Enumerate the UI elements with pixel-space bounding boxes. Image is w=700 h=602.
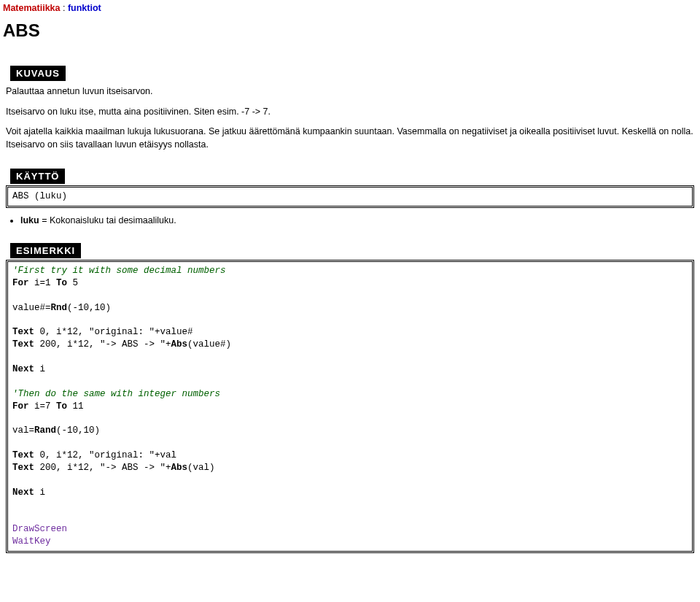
code-text: (val) <box>187 463 215 473</box>
param-name: luku <box>20 215 39 225</box>
code-kw-text: Text <box>12 450 34 460</box>
breadcrumb-sep: : <box>61 3 68 13</box>
code-kw-text: Text <box>12 327 34 337</box>
code-kw-to: To <box>56 278 67 288</box>
code-fn-abs: Abs <box>171 463 188 473</box>
code-text: val= <box>12 425 34 436</box>
code-text: (value#) <box>187 339 231 350</box>
code-comment: 'Then do the same with integer numbers <box>12 389 220 399</box>
code-fn-abs: Abs <box>171 339 188 350</box>
code-text: i <box>34 364 45 374</box>
code-api-waitkey: WaitKey <box>12 536 51 547</box>
code-text: 0, i*12, "original: "+val <box>34 450 176 460</box>
code-text: i <box>34 487 45 498</box>
page-title: ABS <box>3 20 697 41</box>
code-text: value#= <box>12 303 51 313</box>
section-head-kaytto: KÄYTTÖ <box>10 169 65 184</box>
kuvaus-p1: Palauttaa annetun luvun itseisarvon. <box>6 85 694 99</box>
code-fn-rand: Rand <box>34 425 56 436</box>
code-text: i=7 <box>29 401 57 412</box>
section-head-esimerkki: ESIMERKKI <box>10 243 81 258</box>
code-kw-next: Next <box>12 487 34 498</box>
kuvaus-p3: Voit ajatella kaikkia maailman lukuja lu… <box>6 126 694 151</box>
syntax-box: ABS (luku) <box>6 185 694 208</box>
code-kw-for: For <box>12 278 29 288</box>
code-text: (-10,10) <box>67 303 111 313</box>
code-kw-next: Next <box>12 364 34 374</box>
param-desc: = Kokonaisluku tai desimaaliluku. <box>39 215 176 225</box>
code-kw-for: For <box>12 401 29 412</box>
code-comment: 'First try it with some decimal numbers <box>12 266 226 276</box>
code-text: 200, i*12, "-> ABS -> "+ <box>34 463 171 473</box>
kuvaus-p2: Itseisarvo on luku itse, mutta aina posi… <box>6 106 694 119</box>
code-text: 0, i*12, "original: "+value# <box>34 327 193 337</box>
code-fn-rnd: Rnd <box>51 303 68 313</box>
breadcrumb: Matematiikka : funktiot <box>3 3 697 13</box>
param-item: luku = Kokonaisluku tai desimaaliluku. <box>20 215 694 225</box>
code-text: 200, i*12, "-> ABS -> "+ <box>34 339 171 350</box>
code-text: (-10,10) <box>56 425 100 436</box>
section-head-kuvaus: KUVAUS <box>10 66 66 81</box>
kuvaus-body: Palauttaa annetun luvun itseisarvon. Its… <box>6 85 694 151</box>
code-kw-text: Text <box>12 339 34 350</box>
code-text: i=1 <box>29 278 57 288</box>
code-api-drawscreen: DrawScreen <box>12 524 67 534</box>
syntax-text: ABS (luku) <box>12 191 67 201</box>
breadcrumb-sub[interactable]: funktiot <box>68 3 101 13</box>
code-text: 11 <box>67 401 84 412</box>
code-kw-text: Text <box>12 463 34 473</box>
param-list: luku = Kokonaisluku tai desimaaliluku. <box>20 215 694 225</box>
breadcrumb-category[interactable]: Matematiikka <box>3 3 61 13</box>
code-kw-to: To <box>56 401 67 412</box>
code-text: 5 <box>67 278 78 288</box>
example-box: 'First try it with some decimal numbers … <box>6 260 694 553</box>
